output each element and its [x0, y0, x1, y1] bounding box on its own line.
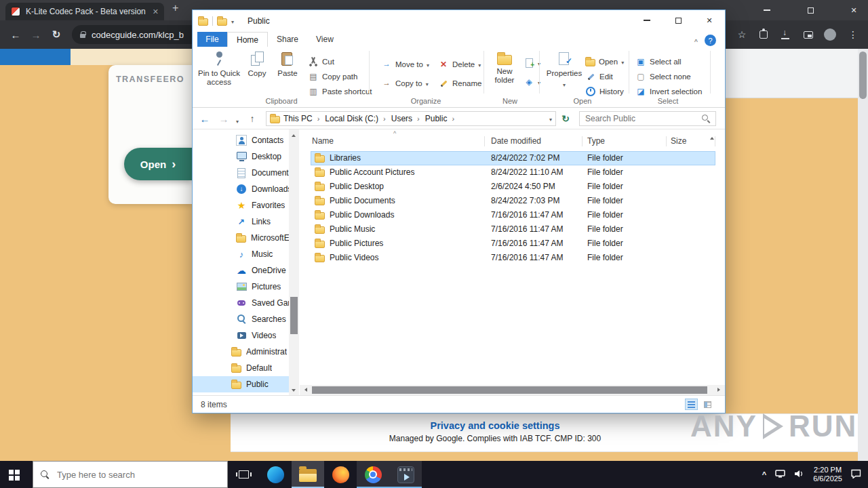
properties-button[interactable]: Properties: [545, 49, 584, 101]
breadcrumb-item-public[interactable]: Public: [423, 114, 456, 123]
sidebar-item-music[interactable]: Music: [193, 246, 289, 262]
tab-view[interactable]: View: [307, 32, 342, 47]
taskbar-firefox[interactable]: [324, 461, 357, 488]
tab-file[interactable]: File: [197, 32, 227, 47]
network-icon[interactable]: [775, 470, 785, 480]
file-row-public-music[interactable]: Public Music7/16/2016 11:47 AMFile folde…: [311, 222, 715, 237]
invert-selection-button[interactable]: Invert selection: [635, 85, 702, 98]
sidebar-scrollbar[interactable]: [289, 129, 299, 396]
open-button[interactable]: Open: [585, 55, 624, 68]
horizontal-scrollbar-thumb[interactable]: [312, 386, 707, 394]
column-separator[interactable]: [715, 136, 715, 146]
horizontal-scrollbar[interactable]: [300, 385, 725, 395]
sidebar-item-administrator[interactable]: Administrat: [193, 344, 289, 360]
history-button[interactable]: History: [585, 85, 624, 98]
window-maximize-button[interactable]: [663, 10, 694, 30]
start-button[interactable]: [0, 461, 33, 488]
sidebar-item-favorites[interactable]: Favorites: [193, 197, 289, 214]
column-header-size[interactable]: Size: [671, 136, 686, 146]
select-none-button[interactable]: Select none: [635, 70, 691, 83]
sidebar-item-onedrive[interactable]: OneDrive: [193, 262, 289, 279]
bookmark-icon[interactable]: [734, 26, 750, 43]
paste-button[interactable]: Paste: [272, 49, 303, 101]
page-scrollbar[interactable]: [858, 49, 868, 461]
file-row-public-videos[interactable]: Public Videos7/16/2016 11:47 AMFile fold…: [311, 251, 715, 265]
sidebar-item-documents[interactable]: Documents: [193, 165, 289, 181]
details-view-button[interactable]: [685, 399, 698, 410]
browser-close-button[interactable]: [838, 0, 868, 20]
pin-to-quick-access-button[interactable]: Pin to Quick access: [198, 49, 240, 101]
taskbar-chrome[interactable]: [357, 461, 389, 488]
tab-share[interactable]: Share: [268, 32, 307, 47]
column-separator[interactable]: [484, 136, 485, 146]
column-header-name[interactable]: Name: [312, 136, 334, 146]
page-scrollbar-thumb[interactable]: [859, 52, 867, 99]
tab-close-icon[interactable]: [153, 7, 159, 16]
taskbar-search-box[interactable]: [33, 461, 228, 488]
quick-access-toolbar-icon[interactable]: [217, 18, 227, 26]
copy-path-button[interactable]: Copy path: [308, 70, 357, 83]
easy-access-button[interactable]: [524, 75, 540, 89]
cookie-settings-link[interactable]: Privacy and cookie settings: [231, 420, 760, 431]
sidebar-item-saved-games[interactable]: Saved Gam: [193, 295, 289, 311]
sidebar-item-microsoftedge[interactable]: MicrosoftE: [193, 230, 289, 246]
explorer-search-input[interactable]: [584, 113, 698, 124]
new-tab-button[interactable]: [172, 2, 178, 14]
sidebar-item-contacts[interactable]: Contacts: [193, 132, 289, 148]
tab-home[interactable]: Home: [227, 32, 268, 47]
browser-forward-button[interactable]: [27, 26, 45, 43]
scroll-down-icon[interactable]: [292, 389, 296, 394]
sidebar-item-desktop[interactable]: Desktop: [193, 148, 289, 165]
browser-tab[interactable]: K-Lite Codec Pack - Beta version: [5, 3, 164, 20]
window-minimize-button[interactable]: [631, 10, 663, 30]
refresh-icon[interactable]: [560, 113, 571, 124]
sidebar-item-searches[interactable]: Searches: [193, 311, 289, 327]
profile-avatar[interactable]: [822, 26, 838, 43]
extensions-icon[interactable]: [755, 26, 772, 43]
browser-reload-button[interactable]: [47, 26, 65, 43]
browser-menu-icon[interactable]: [845, 26, 861, 43]
sidebar-item-downloads[interactable]: Downloads: [193, 181, 289, 197]
file-row-public-desktop[interactable]: Public Desktop2/6/2024 4:50 PMFile folde…: [311, 180, 715, 194]
file-row-libraries[interactable]: Libraries8/24/2022 7:02 PMFile folder: [311, 151, 715, 165]
scroll-left-icon[interactable]: [302, 388, 307, 392]
breadcrumb[interactable]: This PC Local Disk (C:) Users Public: [266, 111, 556, 126]
browser-back-button[interactable]: [7, 26, 24, 43]
browser-maximize-button[interactable]: [795, 0, 826, 20]
new-item-button[interactable]: [524, 56, 540, 70]
rename-button[interactable]: Rename: [438, 77, 481, 90]
ad-open-button[interactable]: Open: [124, 148, 192, 180]
help-icon[interactable]: [705, 35, 716, 46]
scroll-up-icon[interactable]: [292, 132, 296, 137]
hidden-icons-chevron[interactable]: [762, 470, 766, 479]
sidebar-item-links[interactable]: Links: [193, 214, 289, 230]
explorer-title-bar[interactable]: Public: [193, 10, 725, 31]
column-header-date[interactable]: Date modified: [491, 136, 541, 146]
window-close-button[interactable]: [694, 10, 725, 30]
breadcrumb-item-users[interactable]: Users: [389, 114, 422, 123]
taskbar-search-input[interactable]: [56, 469, 220, 481]
sidebar-item-public[interactable]: Public: [193, 376, 289, 392]
action-center-icon[interactable]: [851, 469, 861, 481]
select-all-button[interactable]: Select all: [635, 55, 682, 68]
media-panel-icon[interactable]: [800, 26, 816, 43]
breadcrumb-item-local-disk[interactable]: Local Disk (C:): [323, 114, 387, 123]
move-to-button[interactable]: Move to: [381, 58, 429, 71]
taskbar-edge[interactable]: [259, 461, 292, 488]
taskbar-clock[interactable]: 2:20 PM 6/6/2025: [813, 466, 842, 483]
qat-customize-icon[interactable]: [231, 16, 234, 26]
file-row-public-account-pictures[interactable]: Public Account Pictures8/24/2022 11:10 A…: [311, 165, 715, 180]
copy-to-button[interactable]: Copy to: [381, 77, 429, 90]
forward-button[interactable]: [218, 113, 229, 124]
file-row-public-documents[interactable]: Public Documents8/24/2022 7:03 PMFile fo…: [311, 194, 715, 208]
file-row-public-pictures[interactable]: Public Pictures7/16/2016 11:47 AMFile fo…: [311, 237, 715, 251]
sidebar-item-default[interactable]: Default: [193, 360, 289, 376]
large-icons-view-button[interactable]: [701, 399, 714, 410]
sidebar-item-pictures[interactable]: Pictures: [193, 279, 289, 295]
file-row-public-downloads[interactable]: Public Downloads7/16/2016 11:47 AMFile f…: [311, 208, 715, 222]
volume-icon[interactable]: [794, 470, 804, 480]
ribbon-collapse-icon[interactable]: [694, 38, 698, 45]
sidebar-scrollbar-thumb[interactable]: [290, 297, 298, 334]
browser-minimize-button[interactable]: [751, 0, 783, 20]
column-header-type[interactable]: Type: [587, 136, 605, 146]
